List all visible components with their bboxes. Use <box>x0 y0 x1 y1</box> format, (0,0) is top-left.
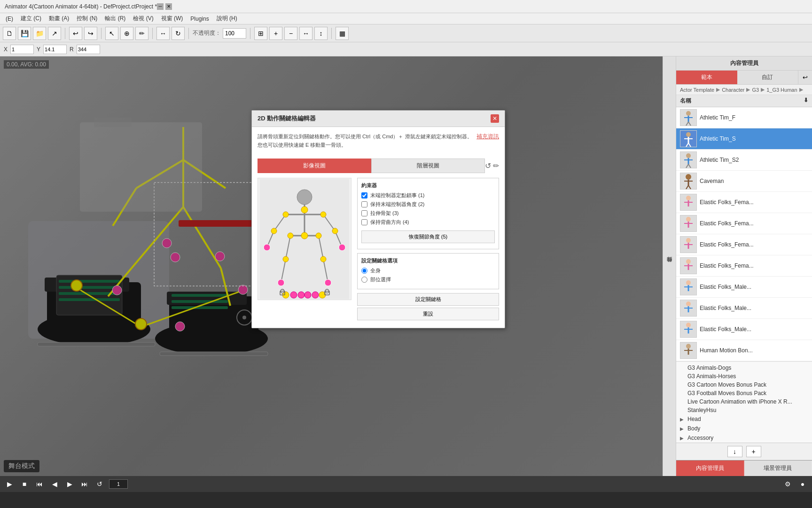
tree-item-animals-dogs[interactable]: G3 Animals-Dogs <box>676 364 812 372</box>
tab-image-view[interactable]: 影像視圖 <box>258 159 371 173</box>
r-input[interactable] <box>77 45 100 54</box>
flip-v[interactable]: ↕ <box>314 27 328 40</box>
sort-icon[interactable]: ⬇ <box>804 97 808 103</box>
paint-button[interactable]: ✏ <box>135 27 148 40</box>
tree-item-head[interactable]: ▶ Head <box>676 414 812 424</box>
minimize-button[interactable]: ─ <box>157 3 164 10</box>
reset-joint-angle-button[interactable]: 恢復關節角度 (5) <box>361 230 495 243</box>
char-item-elastic-f4[interactable]: Elastic Folks_Fema... <box>676 255 812 277</box>
radio-full-body[interactable] <box>361 268 367 274</box>
panel-down-button[interactable]: ↓ <box>727 446 742 457</box>
zoom-fit[interactable]: ⊞ <box>254 27 267 40</box>
char-item-athletic-tim-f[interactable]: Athletic Tim_F <box>676 107 812 128</box>
menu-item-animation[interactable]: 動畫 (A) <box>45 14 73 24</box>
refresh-icon[interactable]: ↺ <box>485 161 491 170</box>
checkbox-maintain-angle[interactable] <box>361 201 367 207</box>
checkbox-maintain-dir[interactable] <box>361 219 367 225</box>
select-button[interactable]: ↖ <box>105 27 118 40</box>
menu-item-plugins[interactable]: Plugins <box>187 15 212 23</box>
panel-add-button[interactable]: + <box>746 446 761 457</box>
new-button[interactable]: 🗋 <box>3 27 16 40</box>
checkbox-end-lock[interactable] <box>361 192 367 198</box>
canvas-area[interactable]: 0.00, AVG: 0.00 <box>0 56 663 476</box>
char-item-elastic-f1[interactable]: Elastic Folks_Fema... <box>676 192 812 213</box>
history-button[interactable]: ↩ <box>798 71 812 84</box>
bone-button[interactable]: ⊕ <box>120 27 133 40</box>
export-button[interactable]: ↗ <box>48 27 61 40</box>
undo-button[interactable]: ↩ <box>69 27 82 40</box>
close-button[interactable]: ✕ <box>165 3 172 10</box>
char-item-elastic-m1[interactable]: Elastic Folks_Male... <box>676 277 812 298</box>
tree-item-football-moves[interactable]: G3 Football Moves Bonus Pack <box>676 389 812 397</box>
breadcrumb-item-4[interactable]: 1_G3 Human <box>766 87 797 93</box>
breadcrumb-item-2[interactable]: Character <box>722 87 744 93</box>
reset-button[interactable]: 重設 <box>357 308 499 320</box>
svg-point-78 <box>686 153 691 158</box>
menu-item-create[interactable]: 建立 (C) <box>17 14 45 24</box>
bottom-tab-scene[interactable]: 場景管理員 <box>744 460 812 476</box>
char-name-2: Athletic Tim_S <box>700 135 736 142</box>
character-list[interactable]: Athletic Tim_F Athletic Tim_S Athletic T… <box>676 107 812 443</box>
svg-line-87 <box>688 185 691 189</box>
zoom-out[interactable]: − <box>284 27 297 40</box>
tab-custom[interactable]: 自訂 <box>737 71 798 84</box>
x-input[interactable] <box>10 45 34 54</box>
rotate-button[interactable]: ↻ <box>172 27 185 40</box>
char-item-elastic-m3[interactable]: Elastic Folks_Male... <box>676 319 812 340</box>
tab-template[interactable]: 範本 <box>676 71 737 84</box>
char-item-elastic-m2[interactable]: Elastic Folks_Male... <box>676 298 812 319</box>
tree-item-animals-horses[interactable]: G3 Animals-Horses <box>676 372 812 381</box>
menu-item-control[interactable]: 控制 (N) <box>73 14 101 24</box>
checkbox-stretch[interactable] <box>361 210 367 216</box>
edit-icon[interactable]: ✏ <box>493 161 499 170</box>
canvas-content: 0.00, AVG: 0.00 <box>0 56 663 476</box>
breadcrumb-item-3[interactable]: G3 <box>752 87 759 93</box>
move-button[interactable]: ↔ <box>156 27 170 40</box>
tab-hierarchy-view[interactable]: 階層視圖 <box>371 159 485 173</box>
prev-frame-button[interactable]: ⏮ <box>34 478 45 490</box>
redo-button[interactable]: ↪ <box>84 27 97 40</box>
bottom-tab-content[interactable]: 內容管理員 <box>676 460 744 476</box>
tree-item-cartoon-moves[interactable]: G3 Cartoon Moves Bonus Pack <box>676 381 812 389</box>
zoom-in[interactable]: + <box>269 27 282 40</box>
timeline-toggle[interactable]: ▦ <box>336 27 349 40</box>
svg-line-86 <box>686 185 688 189</box>
breadcrumb-item-1[interactable]: Actor Template <box>680 87 714 93</box>
char-item-human-motion[interactable]: Human Motion Bon... <box>676 340 812 361</box>
loop-button[interactable]: ↺ <box>94 478 105 490</box>
tree-item-body[interactable]: ▶ Body <box>676 424 812 433</box>
char-item-athletic-tim-s2[interactable]: Athletic Tim_S2 <box>676 150 812 171</box>
save-button[interactable]: 💾 <box>18 27 31 40</box>
next-frame-button[interactable]: ⏭ <box>79 478 90 490</box>
radio-parts[interactable] <box>361 277 367 283</box>
char-item-elastic-f2[interactable]: Elastic Folks_Fema... <box>676 213 812 234</box>
tree-item-accessory[interactable]: ▶ Accessory <box>676 433 812 443</box>
record-button[interactable]: ● <box>797 478 808 490</box>
char-item-elastic-f3[interactable]: Elastic Folks_Fema... <box>676 234 812 255</box>
menu-item-e[interactable]: (E) <box>2 15 17 23</box>
menu-item-help[interactable]: 說明 (H) <box>213 14 241 24</box>
next-button[interactable]: ▶ <box>64 478 75 490</box>
opacity-input[interactable] <box>223 28 246 39</box>
play-button[interactable]: ▶ <box>4 478 15 490</box>
menu-item-window[interactable]: 視窗 (W) <box>157 14 187 24</box>
menu-item-output[interactable]: 輸出 (R) <box>101 14 129 24</box>
prev-button[interactable]: ◀ <box>49 478 60 490</box>
open-button[interactable]: 📁 <box>33 27 46 40</box>
char-item-athletic-tim-s[interactable]: Athletic Tim_S <box>676 128 812 150</box>
char-avatar-2 <box>680 130 697 147</box>
menu-item-view[interactable]: 檢視 (V) <box>129 14 157 24</box>
tree-item-live-cartoon[interactable]: Live Cartoon Animation with iPhone X R..… <box>676 397 812 406</box>
gear-button[interactable]: ⚙ <box>782 478 793 490</box>
modal-close-button[interactable]: ✕ <box>491 114 499 123</box>
modal-overlay: 2D 動作關鍵格編輯器 ✕ 請將骨頭重新定位到關鍵格動作。您可以使用 Ctrl（… <box>0 56 663 476</box>
char-item-caveman[interactable]: Caveman <box>676 171 812 192</box>
y-input[interactable] <box>43 45 67 54</box>
modal-link[interactable]: 補充資訊 <box>476 133 499 141</box>
tree-item-stanleyhsu[interactable]: StanleyHsu <box>676 406 812 414</box>
set-keyframe-button[interactable]: 設定關鍵格 <box>357 293 499 306</box>
flip-h[interactable]: ↔ <box>299 27 312 40</box>
svg-point-68 <box>686 111 691 116</box>
stop-button[interactable]: ■ <box>19 478 30 490</box>
frame-input[interactable] <box>109 479 128 489</box>
